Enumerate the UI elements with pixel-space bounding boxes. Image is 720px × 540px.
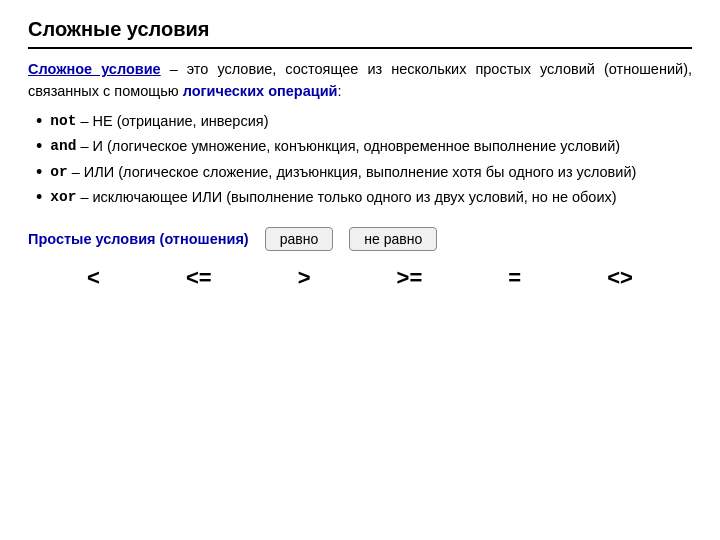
operator-lte: <=: [186, 265, 212, 291]
simple-conditions-label: Простые условия (отношения): [28, 231, 249, 247]
operator-gt: >: [298, 265, 311, 291]
intro-colon: :: [337, 83, 341, 99]
operators-row: < <= > >= = <>: [28, 259, 692, 297]
btn-equal[interactable]: равно: [265, 227, 334, 251]
list-item-or: or – ИЛИ (логическое сложение, дизъюнкци…: [36, 162, 692, 184]
keyword-not: not: [50, 111, 76, 132]
intro-term: Сложное условие: [28, 61, 161, 77]
simple-conditions-row: Простые условия (отношения) равно не рав…: [28, 227, 692, 251]
operator-lt: <: [87, 265, 100, 291]
list-item-and: and – И (логическое умножение, конъюнкци…: [36, 136, 692, 158]
intro-bold-term: логических операций: [183, 83, 338, 99]
list-item-not: not – НЕ (отрицание, инверсия): [36, 111, 692, 133]
main-content: Сложное условие – это условие, состоящее…: [28, 59, 692, 522]
list-item-xor: xor – исключающее ИЛИ (выполнение только…: [36, 187, 692, 209]
bullet-list: not – НЕ (отрицание, инверсия) and – И (…: [28, 111, 692, 213]
intro-paragraph: Сложное условие – это условие, состоящее…: [28, 59, 692, 103]
keyword-xor: xor: [50, 187, 76, 208]
keyword-or: or: [50, 162, 67, 183]
operator-gte: >=: [397, 265, 423, 291]
list-item-and-text: – И (логическое умножение, конъюнкция, о…: [80, 136, 692, 157]
list-item-not-text: – НЕ (отрицание, инверсия): [80, 111, 692, 132]
list-item-xor-text: – исключающее ИЛИ (выполнение только одн…: [80, 187, 692, 208]
operator-neq: <>: [607, 265, 633, 291]
page-title: Сложные условия: [28, 18, 692, 49]
page: Сложные условия Сложное условие – это ус…: [0, 0, 720, 540]
keyword-and: and: [50, 136, 76, 157]
bottom-section: Простые условия (отношения) равно не рав…: [28, 227, 692, 297]
list-item-or-text: – ИЛИ (логическое сложение, дизъюнкция, …: [72, 162, 692, 183]
operator-eq: =: [508, 265, 521, 291]
btn-not-equal[interactable]: не равно: [349, 227, 437, 251]
